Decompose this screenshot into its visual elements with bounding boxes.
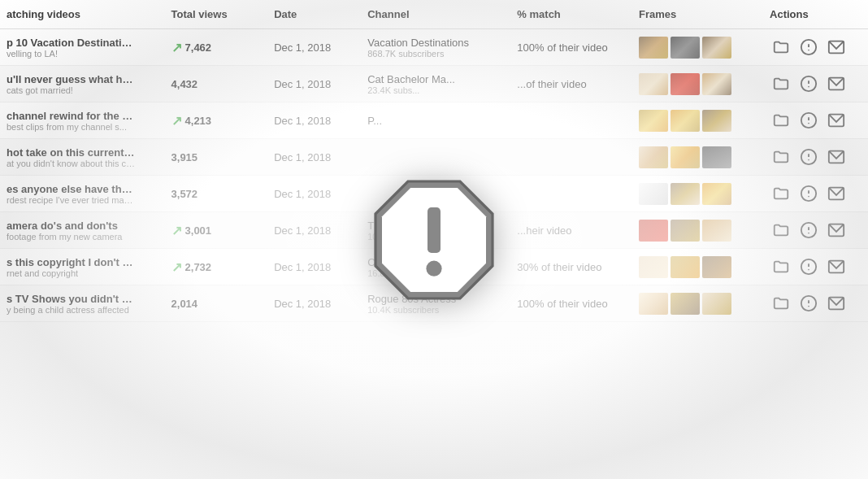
warning-overlay [0, 0, 868, 479]
svg-point-35 [426, 260, 441, 276]
octagon-icon [369, 175, 499, 305]
svg-rect-34 [427, 207, 441, 253]
warning-icon-container [369, 175, 499, 305]
